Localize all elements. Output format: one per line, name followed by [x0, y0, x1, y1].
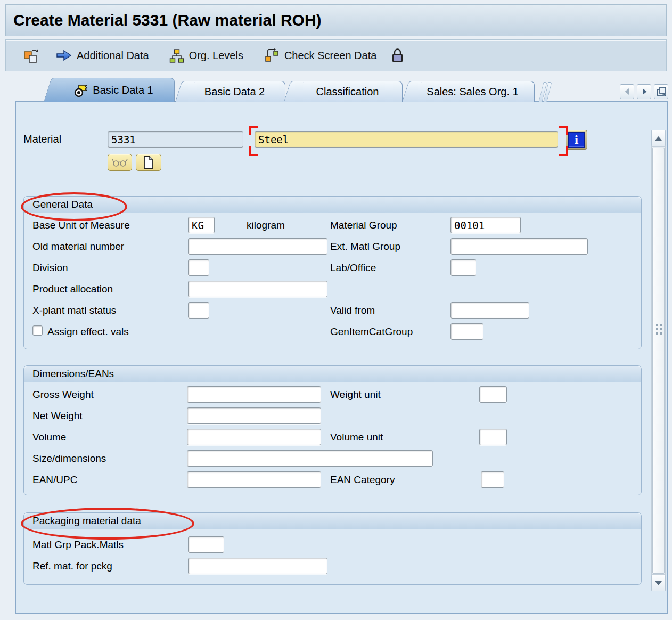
tab-basic-data-1[interactable]: Basic Data 1: [53, 78, 175, 102]
product-allocation-field[interactable]: [188, 281, 327, 297]
focus-bracket-bottom-left: [249, 146, 258, 156]
scrollbar-thumb[interactable]: [652, 148, 665, 574]
scroll-up-button[interactable]: [651, 130, 666, 146]
size-dimensions-field[interactable]: [187, 450, 433, 467]
check-screen-icon: [265, 48, 280, 63]
volume-unit-field[interactable]: [479, 429, 507, 445]
additional-data-label: Additional Data: [77, 50, 149, 62]
next-screen-icon: [23, 47, 40, 64]
size-dimensions-label: Size/dimensions: [32, 450, 106, 467]
gen-item-cat-group-field[interactable]: [450, 323, 483, 340]
valid-from-field[interactable]: [450, 302, 529, 319]
tab-label: Basic Data 2: [204, 86, 265, 98]
tab-classification[interactable]: Classification: [293, 81, 403, 102]
dimensions-eans-groupbox: Dimensions/EANs Gross Weight Weight unit…: [23, 365, 642, 495]
material-description-field[interactable]: [255, 131, 558, 148]
scrollbar-grip-icon: [656, 324, 663, 337]
lab-office-field[interactable]: [450, 259, 476, 276]
dimensions-eans-title: Dimensions/EANs: [32, 366, 114, 382]
org-levels-label: Org. Levels: [189, 50, 243, 62]
base-unit-field[interactable]: [188, 217, 215, 233]
next-screen-button[interactable]: [23, 47, 40, 64]
chevron-left-icon: [622, 86, 633, 97]
tab-scroll-right-button[interactable]: [637, 84, 651, 99]
assign-effect-vals-label: Assign effect. vals: [47, 323, 129, 340]
weight-unit-field[interactable]: [479, 386, 507, 403]
org-levels-button[interactable]: Org. Levels: [169, 48, 243, 63]
volume-unit-label: Volume unit: [330, 429, 383, 445]
information-button[interactable]: i: [566, 130, 587, 150]
ean-upc-label: EAN/UPC: [32, 471, 77, 488]
tab-stack-decoration: [541, 82, 553, 102]
general-data-title: General Data: [32, 197, 93, 213]
check-screen-data-label: Check Screen Data: [284, 50, 376, 62]
division-field[interactable]: [188, 259, 209, 276]
arrow-right-icon: [56, 48, 72, 62]
sap-window: Create Material 5331 (Raw material ROH) …: [0, 0, 672, 620]
lock-icon: [390, 47, 405, 63]
material-group-field[interactable]: [450, 217, 521, 233]
division-label: Division: [32, 259, 68, 276]
scrollbar-track[interactable]: [651, 146, 666, 575]
focus-bracket-bottom-right: [559, 146, 568, 156]
chevron-right-icon: [639, 86, 650, 97]
lab-office-label: Lab/Office: [330, 259, 376, 276]
medal-icon: [74, 84, 88, 97]
application-toolbar: Additional Data Org. Levels Check Screen…: [5, 39, 667, 71]
display-button[interactable]: [108, 154, 132, 171]
product-allocation-label: Product allocation: [32, 281, 113, 297]
general-data-header: General Data: [24, 197, 641, 213]
ean-category-field[interactable]: [481, 471, 504, 488]
tab-overview-button[interactable]: [654, 84, 668, 99]
packaging-material-groupbox: Packaging material data Matl Grp Pack.Ma…: [23, 512, 642, 585]
assign-effect-vals-checkbox[interactable]: [32, 325, 43, 336]
packaging-material-title: Packaging material data: [32, 513, 141, 529]
org-levels-icon: [169, 48, 184, 63]
tab-scroll-left-button[interactable]: [620, 84, 634, 99]
additional-data-button[interactable]: Additional Data: [56, 48, 149, 62]
gross-weight-field[interactable]: [187, 386, 321, 403]
tab-basic-data-2[interactable]: Basic Data 2: [184, 81, 285, 102]
old-material-number-field[interactable]: [188, 238, 327, 255]
matl-grp-pack-matls-field[interactable]: [188, 536, 224, 553]
glasses-icon: [112, 157, 128, 168]
net-weight-field[interactable]: [187, 407, 321, 424]
ref-mat-for-pckg-field[interactable]: [188, 558, 327, 574]
scroll-down-button[interactable]: [651, 575, 666, 591]
focus-bracket-top-left: [249, 126, 258, 135]
ean-category-label: EAN Category: [330, 471, 395, 488]
gross-weight-label: Gross Weight: [32, 386, 94, 403]
ean-upc-field[interactable]: [187, 471, 321, 488]
volume-label: Volume: [32, 429, 66, 445]
scroll-down-icon: [653, 580, 663, 587]
create-document-button[interactable]: [136, 154, 161, 171]
packaging-material-header: Packaging material data: [24, 513, 641, 529]
lock-button[interactable]: [390, 47, 405, 63]
scroll-up-icon: [653, 135, 663, 142]
vertical-scrollbar: [651, 130, 666, 591]
check-screen-data-button[interactable]: Check Screen Data: [265, 48, 376, 63]
material-label: Material: [23, 131, 61, 148]
volume-field[interactable]: [187, 429, 321, 445]
material-number-field[interactable]: [108, 131, 243, 148]
info-icon: i: [568, 132, 585, 148]
window-titlebar: Create Material 5331 (Raw material ROH): [5, 4, 667, 36]
valid-from-label: Valid from: [330, 302, 375, 319]
ref-mat-for-pckg-label: Ref. mat. for pckg: [32, 558, 112, 574]
ext-matl-group-field[interactable]: [450, 238, 588, 255]
general-data-groupbox: General Data Base Unit of Measure kilogr…: [23, 196, 642, 349]
base-unit-description: kilogram: [247, 217, 285, 233]
page-title: Create Material 5331 (Raw material ROH): [6, 11, 322, 29]
pages-icon: [655, 86, 667, 97]
xplant-matl-status-label: X-plant matl status: [32, 302, 116, 319]
matl-grp-pack-matls-label: Matl Grp Pack.Matls: [32, 536, 124, 553]
tab-sales-sales-org-1[interactable]: Sales: Sales Org. 1: [411, 81, 535, 102]
dimensions-eans-header: Dimensions/EANs: [24, 366, 641, 382]
focus-bracket-top-right: [559, 126, 568, 135]
weight-unit-label: Weight unit: [330, 386, 381, 403]
ext-matl-group-label: Ext. Matl Group: [330, 238, 400, 255]
tab-content-panel: Material i General: [15, 101, 668, 614]
net-weight-label: Net Weight: [32, 407, 83, 424]
xplant-matl-status-field[interactable]: [188, 302, 209, 319]
tab-label: Classification: [316, 86, 379, 98]
